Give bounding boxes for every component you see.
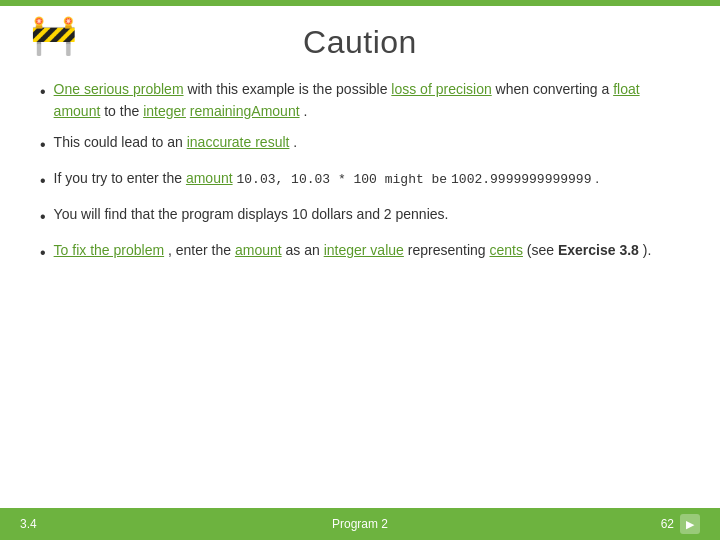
text-b4-1: You will find that the program displays … bbox=[54, 206, 449, 222]
bullet-text-1: One serious problem with this example is… bbox=[54, 79, 680, 122]
text-b5-1: , enter the bbox=[168, 242, 235, 258]
text-b1-2: when converting a bbox=[496, 81, 614, 97]
bullet-dot-1: • bbox=[40, 80, 46, 105]
bullet-text-5: To fix the problem , enter the amount as… bbox=[54, 240, 680, 262]
text-b1-6: . bbox=[303, 103, 307, 119]
text-b3-4: . bbox=[595, 170, 599, 186]
slide: 🚧 Caution • One serious problem with thi… bbox=[0, 0, 720, 540]
text-b1-1: with this example is the possible bbox=[187, 81, 391, 97]
bullet-dot-4: • bbox=[40, 205, 46, 230]
text-amount-3: amount bbox=[235, 242, 282, 258]
text-float: float bbox=[613, 81, 639, 97]
bullet-dot-3: • bbox=[40, 169, 46, 194]
text-one-serious-problem: One serious problem bbox=[54, 81, 184, 97]
footer-icon: ▶ bbox=[680, 514, 700, 534]
bullet-item-3: • If you try to enter the amount 10.03, … bbox=[40, 168, 680, 194]
text-integer-1: integer bbox=[143, 103, 186, 119]
bullet-dot-5: • bbox=[40, 241, 46, 266]
text-integer-value: integer value bbox=[324, 242, 404, 258]
bullet-dot-2: • bbox=[40, 133, 46, 158]
footer-left: 3.4 bbox=[20, 517, 37, 531]
slide-title: Caution bbox=[303, 24, 417, 61]
bullet-item-2: • This could lead to an inaccurate resul… bbox=[40, 132, 680, 158]
text-mono-3: 10.03, 10.03 * 100 might be bbox=[237, 172, 448, 187]
bullet-item-1: • One serious problem with this example … bbox=[40, 79, 680, 122]
caution-icon: 🚧 bbox=[30, 16, 77, 54]
text-b3-1: If you try to enter the bbox=[54, 170, 186, 186]
footer-center: Program 2 bbox=[332, 508, 388, 540]
text-b2-2: . bbox=[293, 134, 297, 150]
bullet-item-5: • To fix the problem , enter the amount … bbox=[40, 240, 680, 266]
text-b5-2: as an bbox=[286, 242, 324, 258]
footer: 3.4 Program 2 62 ▶ bbox=[0, 508, 720, 540]
text-amount-2: amount bbox=[186, 170, 233, 186]
text-b5-4: (see bbox=[527, 242, 558, 258]
text-b2-1: This could lead to an bbox=[54, 134, 187, 150]
text-loss-of-precision: loss of precision bbox=[391, 81, 491, 97]
text-amount-1: amount bbox=[54, 103, 101, 119]
text-b1-4: to the bbox=[104, 103, 143, 119]
text-exercise-38: Exercise 3.8 bbox=[558, 242, 639, 258]
text-inaccurate-result: inaccurate result bbox=[187, 134, 290, 150]
text-b5-5: ). bbox=[643, 242, 652, 258]
text-mono-3b: 1002.9999999999999 bbox=[451, 172, 591, 187]
bullet-text-2: This could lead to an inaccurate result … bbox=[54, 132, 680, 154]
text-remaining-amount: remainingAmount bbox=[190, 103, 300, 119]
content-area: • One serious problem with this example … bbox=[0, 71, 720, 508]
bullet-text-3: If you try to enter the amount 10.03, 10… bbox=[54, 168, 680, 190]
header: 🚧 Caution bbox=[0, 6, 720, 71]
text-b5-3: representing bbox=[408, 242, 490, 258]
text-cents: cents bbox=[489, 242, 522, 258]
bullet-text-4: You will find that the program displays … bbox=[54, 204, 680, 226]
bullet-item-4: • You will find that the program display… bbox=[40, 204, 680, 230]
text-to-fix-problem: To fix the problem bbox=[54, 242, 165, 258]
footer-right-number: 62 bbox=[661, 517, 674, 531]
